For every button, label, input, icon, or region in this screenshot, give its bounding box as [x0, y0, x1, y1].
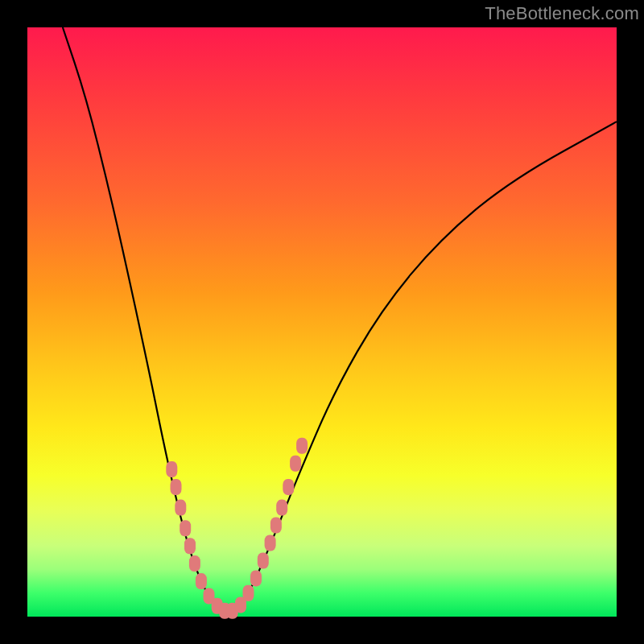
curve-marker — [184, 538, 196, 554]
chart-stage: TheBottleneck.com — [0, 0, 644, 644]
curve-marker — [283, 479, 294, 495]
curve-marker — [250, 570, 262, 586]
curve-marker — [276, 500, 287, 516]
curve-marker — [270, 518, 282, 534]
marker-group — [166, 438, 308, 619]
curve-marker — [290, 456, 301, 472]
curve-marker — [258, 553, 269, 569]
curve-marker — [265, 535, 276, 551]
plot-area — [27, 27, 617, 617]
curve-marker — [296, 438, 308, 454]
curve-marker — [196, 573, 207, 589]
curve-marker — [180, 520, 191, 536]
curve-marker — [189, 555, 200, 572]
chart-svg — [27, 27, 617, 617]
watermark-label: TheBottleneck.com — [485, 3, 639, 24]
curve-marker — [171, 479, 182, 495]
curve-marker — [243, 585, 254, 601]
curve-marker — [175, 500, 186, 516]
bottleneck-curve — [63, 27, 617, 611]
curve-marker — [166, 461, 177, 477]
